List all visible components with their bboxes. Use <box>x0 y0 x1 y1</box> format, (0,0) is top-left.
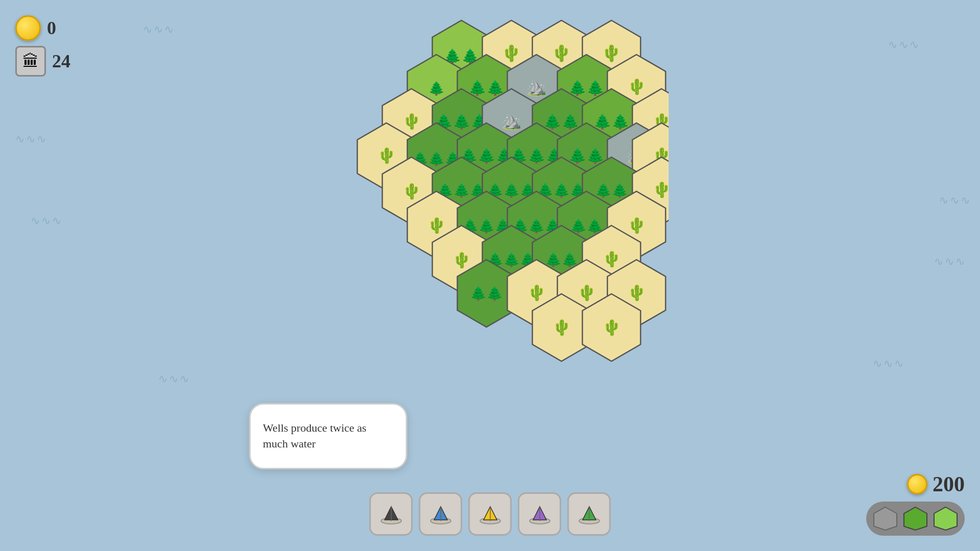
gold-bottom-value: 200 <box>933 472 965 496</box>
building-symbol: 🏛 <box>22 52 39 71</box>
building-count: 24 <box>52 51 70 72</box>
deco-wave-5: ∿∿∿ <box>934 255 966 268</box>
building-icon: 🏛 <box>15 46 46 77</box>
svg-text:🌲🌲: 🌲🌲 <box>570 218 603 234</box>
svg-text:🌵: 🌵 <box>452 251 472 269</box>
action-btn-1[interactable] <box>370 492 413 536</box>
svg-text:🌲🌲: 🌲🌲 <box>470 285 503 302</box>
svg-text:🌵: 🌵 <box>627 216 647 235</box>
svg-text:🌲🌲: 🌲🌲 <box>569 147 604 164</box>
action-buttons <box>370 492 611 536</box>
deco-wave-8: ∿∿∿ <box>873 357 905 370</box>
hud-top-left: 0 🏛 24 <box>15 15 70 77</box>
svg-text:🌲🌲: 🌲🌲 <box>594 113 629 130</box>
svg-marker-103 <box>874 507 897 530</box>
svg-text:🌲🌲: 🌲🌲 <box>595 182 628 198</box>
svg-text:🌵: 🌵 <box>402 182 422 201</box>
svg-text:🌲🌲: 🌲🌲 <box>469 80 504 96</box>
action-btn-4[interactable] <box>518 492 561 536</box>
svg-text:🌵: 🌵 <box>652 181 669 199</box>
svg-marker-105 <box>934 507 957 530</box>
svg-text:🌵: 🌵 <box>427 216 447 235</box>
deco-wave-4: ∿∿∿ <box>939 194 971 207</box>
gold-coin-bottom <box>907 474 927 494</box>
boat-icon-2 <box>428 502 453 527</box>
deco-wave-1: ∿∿∿ <box>143 23 175 36</box>
hex-selector-gray <box>871 505 899 533</box>
deco-wave-3: ∿∿∿ <box>15 133 47 146</box>
svg-text:🌵: 🌵 <box>551 43 572 63</box>
svg-text:🌵: 🌵 <box>577 284 597 302</box>
svg-marker-104 <box>904 507 927 530</box>
svg-text:🌲: 🌲 <box>428 80 445 96</box>
gold-coin-icon <box>15 15 41 41</box>
boat-icon-1 <box>378 502 404 527</box>
deco-wave-7: ∿∿∿ <box>158 372 190 386</box>
svg-text:🌵: 🌵 <box>627 284 647 302</box>
hex-map: // We'll draw the hex grid procedurally … <box>311 10 669 398</box>
svg-text:🌲🌲: 🌲🌲 <box>544 113 579 130</box>
svg-text:🌵: 🌵 <box>552 318 572 337</box>
building-row: 🏛 24 <box>15 46 70 77</box>
boat-icon-3 <box>477 502 503 527</box>
hex-selector-green-1 <box>901 505 929 533</box>
svg-text:🌵: 🌵 <box>377 146 397 165</box>
svg-text:🌵: 🌵 <box>402 112 422 131</box>
svg-text:🌵: 🌵 <box>501 43 522 63</box>
svg-text:⛰️: ⛰️ <box>501 111 522 131</box>
svg-text:🌲🌲: 🌲🌲 <box>545 252 578 268</box>
gold-count-row: 200 <box>907 472 965 496</box>
hud-bottom-right: 200 <box>866 472 965 536</box>
svg-text:🌵: 🌵 <box>602 318 622 337</box>
hex-selector[interactable] <box>866 502 965 536</box>
svg-text:⛰️: ⛰️ <box>526 78 547 97</box>
svg-text:🌵: 🌵 <box>601 43 622 63</box>
action-btn-3[interactable] <box>469 492 512 536</box>
boat-icon-5 <box>576 502 602 527</box>
deco-wave-6: ∿∿∿ <box>31 214 63 228</box>
svg-text:🌵: 🌵 <box>527 284 547 302</box>
tooltip-box: Wells produce twice as much water <box>249 403 407 469</box>
hex-selector-green-2 <box>932 505 960 533</box>
gold-top-value: 0 <box>47 17 56 39</box>
deco-wave-2: ∿∿∿ <box>888 38 920 52</box>
boat-icon-4 <box>527 502 552 527</box>
action-btn-5[interactable] <box>568 492 611 536</box>
svg-text:🌲🌲: 🌲🌲 <box>569 80 604 96</box>
action-btn-2[interactable] <box>419 492 462 536</box>
tooltip-text: Wells produce twice as much water <box>263 420 394 452</box>
gold-row: 0 <box>15 15 70 41</box>
svg-text:🌵: 🌵 <box>602 250 622 268</box>
svg-text:🌵: 🌵 <box>627 78 647 96</box>
